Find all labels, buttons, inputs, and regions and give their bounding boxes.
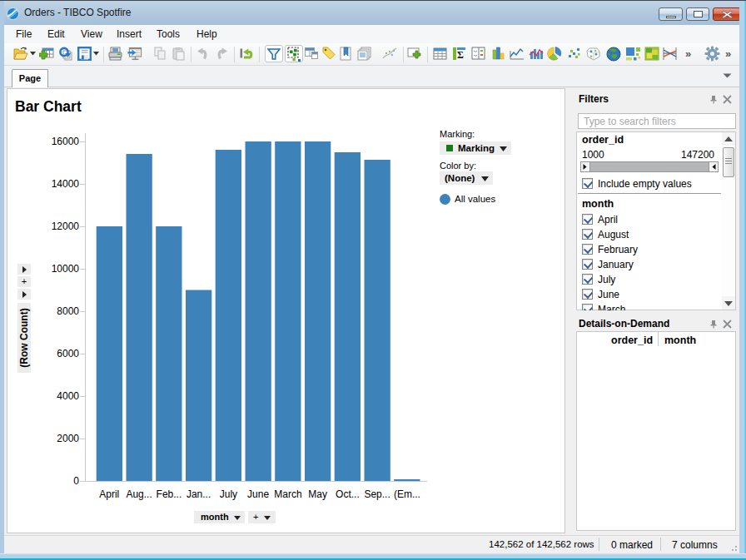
svg-text:Jan...: Jan... bbox=[186, 488, 211, 500]
svg-text:16000: 16000 bbox=[52, 136, 80, 147]
svg-text:10000: 10000 bbox=[52, 263, 80, 275]
svg-text:Aug...: Aug... bbox=[126, 488, 152, 500]
svg-text:April: April bbox=[99, 488, 119, 500]
svg-text:(Em...: (Em... bbox=[394, 488, 420, 500]
svg-text:June: June bbox=[247, 488, 269, 500]
svg-text:March: March bbox=[274, 488, 301, 500]
svg-text:Feb...: Feb... bbox=[157, 488, 182, 500]
svg-text:0: 0 bbox=[73, 475, 79, 487]
svg-text:Oct...: Oct... bbox=[336, 488, 360, 500]
svg-text:6000: 6000 bbox=[57, 348, 79, 359]
svg-text:May: May bbox=[308, 488, 327, 500]
svg-text:4000: 4000 bbox=[57, 390, 79, 402]
svg-text:2000: 2000 bbox=[57, 433, 79, 444]
svg-text:14000: 14000 bbox=[52, 178, 80, 190]
svg-text:Sep...: Sep... bbox=[364, 488, 390, 500]
svg-text:8000: 8000 bbox=[57, 305, 79, 317]
svg-text:July: July bbox=[220, 488, 237, 500]
svg-text:12000: 12000 bbox=[52, 221, 80, 232]
